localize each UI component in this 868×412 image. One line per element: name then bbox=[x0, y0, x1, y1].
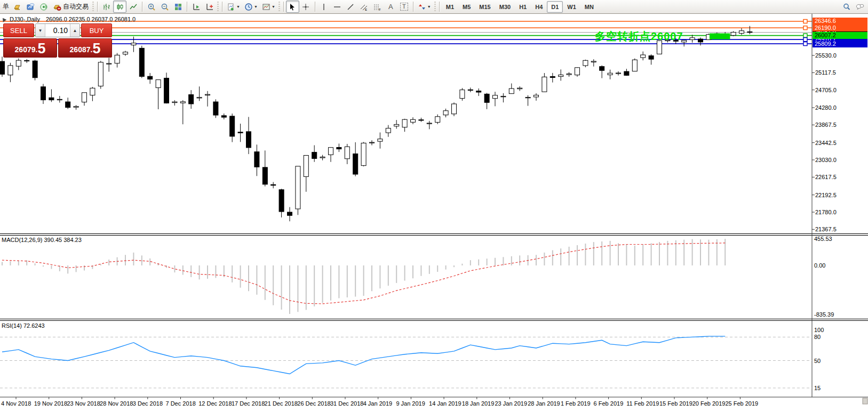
date-label: 26 Dec 2018 bbox=[297, 400, 330, 407]
text-label-tool-label: T bbox=[400, 3, 408, 11]
templates-caret: ▼ bbox=[272, 5, 275, 9]
date-label: 25 Feb 2019 bbox=[725, 400, 758, 407]
date-label: 6 Feb 2019 bbox=[594, 400, 624, 407]
price-tick-label: 25117.5 bbox=[815, 69, 836, 76]
rsi-tick-label: 15 bbox=[814, 385, 821, 391]
indicators-button[interactable]: ▼ bbox=[225, 1, 242, 13]
buy-price-main: 26087. bbox=[70, 43, 93, 56]
macd-tick-label: 0.00 bbox=[814, 262, 825, 269]
price-tick-label: 23442.5 bbox=[815, 140, 837, 146]
price-tick-label: 21367.5 bbox=[815, 226, 837, 232]
price-tag: 26346.6 bbox=[813, 18, 867, 25]
timeframe-button-m5[interactable]: M5 bbox=[458, 1, 475, 13]
price-tick-label: 22192.5 bbox=[815, 192, 837, 198]
buy-price[interactable]: 26087.5 bbox=[58, 38, 112, 58]
zoom-out-button[interactable] bbox=[158, 1, 171, 13]
sell-price-main: 26079. bbox=[15, 43, 38, 56]
arrows-tool-button[interactable]: ▼ bbox=[416, 1, 433, 13]
price-tick-label: 23867.5 bbox=[815, 122, 837, 128]
zoom-in-button[interactable] bbox=[145, 1, 158, 13]
crosshair-button[interactable] bbox=[299, 1, 313, 13]
sell-price[interactable]: 26079.5 bbox=[3, 38, 57, 58]
history-chart-icon[interactable] bbox=[23, 1, 37, 13]
line-chart-button[interactable] bbox=[126, 1, 140, 13]
macd-tick-label: -835.39 bbox=[814, 311, 834, 318]
templates-button[interactable]: ▼ bbox=[260, 1, 277, 13]
fibonacci-button[interactable]: F bbox=[371, 1, 384, 13]
date-label: 21 Dec 2018 bbox=[265, 400, 298, 407]
chart-canvas[interactable] bbox=[0, 0, 868, 412]
buy-price-frac: 5 bbox=[92, 41, 100, 56]
timeframe-button-m1[interactable]: M1 bbox=[442, 1, 458, 13]
price-tick-label: 25530.0 bbox=[815, 52, 837, 59]
date-label: 12 Dec 2018 bbox=[198, 400, 232, 407]
rsi-tick-label: 50 bbox=[814, 358, 821, 364]
chart-title: DJ30-,Daily 26096.0 26235.0 26037.0 2608… bbox=[2, 16, 136, 22]
new-order-button[interactable]: 单 bbox=[2, 1, 10, 13]
date-label: 15 Feb 2019 bbox=[659, 400, 692, 407]
date-label: 28 Jan 2019 bbox=[528, 400, 560, 407]
candlesticks bbox=[0, 26, 752, 222]
timeframe-button-d1[interactable]: D1 bbox=[547, 1, 563, 13]
timeframe-button-h1[interactable]: H1 bbox=[515, 1, 531, 13]
search-icon[interactable] bbox=[840, 1, 853, 13]
price-tick-label: 23030.0 bbox=[815, 157, 837, 163]
gold-icon[interactable] bbox=[10, 1, 23, 13]
date-label: 20 Feb 2019 bbox=[692, 400, 726, 407]
rsi-label: RSI(14) 72.6243 bbox=[2, 322, 45, 329]
timeframe-button-mn[interactable]: MN bbox=[580, 1, 598, 13]
chart-plot-area[interactable] bbox=[0, 14, 868, 412]
cursor-button[interactable] bbox=[286, 1, 299, 13]
trade-panel: SELL ▼ ▲ BUY 26079.5 26087.5 bbox=[3, 23, 112, 58]
signals-icon[interactable] bbox=[37, 1, 50, 13]
timeframe-button-w1[interactable]: W1 bbox=[563, 1, 580, 13]
equidistant-channel-button[interactable]: E bbox=[357, 1, 371, 13]
autotrading-button[interactable]: 自动交易 bbox=[50, 1, 91, 13]
chart-shift-button[interactable] bbox=[203, 1, 216, 13]
volume-input[interactable] bbox=[45, 24, 70, 37]
vertical-line-button[interactable] bbox=[317, 1, 331, 13]
arrows-caret: ▼ bbox=[427, 5, 431, 9]
volume-increase-button[interactable]: ▲ bbox=[70, 24, 79, 37]
periods-button[interactable]: ▼ bbox=[242, 1, 260, 13]
volume-decrease-button[interactable]: ▼ bbox=[36, 24, 45, 37]
date-label: 14 Jan 2019 bbox=[429, 400, 461, 407]
text-label-tool-button[interactable]: T bbox=[397, 1, 411, 13]
new-order-label: 单 bbox=[3, 2, 9, 11]
axis-frame bbox=[0, 14, 868, 404]
price-tag: 26007.2 bbox=[813, 32, 867, 39]
horizontal-line-button[interactable] bbox=[331, 1, 344, 13]
text-tool-label: A bbox=[388, 3, 393, 11]
sell-button[interactable]: SELL bbox=[3, 23, 34, 37]
chat-icon[interactable] bbox=[853, 1, 866, 13]
rsi-tick-label: 100 bbox=[814, 327, 824, 333]
date-label: 18 Jan 2019 bbox=[462, 400, 495, 407]
buy-button[interactable]: BUY bbox=[81, 23, 112, 37]
bar-chart-button[interactable] bbox=[100, 1, 113, 13]
timeframe-button-h4[interactable]: H4 bbox=[531, 1, 547, 13]
candlestick-chart-button[interactable] bbox=[113, 1, 126, 13]
axis-ticks bbox=[16, 55, 815, 399]
date-label: 11 Feb 2019 bbox=[626, 400, 659, 407]
periods-caret: ▼ bbox=[254, 5, 258, 9]
timeframe-button-m30[interactable]: M30 bbox=[495, 1, 515, 13]
price-tick-label: 22617.5 bbox=[815, 174, 837, 180]
auto-scroll-button[interactable] bbox=[189, 1, 203, 13]
text-tool-button[interactable]: A bbox=[384, 1, 397, 13]
window-marker-icon bbox=[1, 17, 7, 22]
svg-text:E: E bbox=[365, 8, 367, 11]
sell-price-frac: 5 bbox=[37, 41, 45, 56]
timeframe-button-m15[interactable]: M15 bbox=[475, 1, 495, 13]
date-label: 31 Dec 2018 bbox=[330, 400, 363, 407]
rsi-line bbox=[2, 336, 725, 374]
volume-stepper: ▼ ▲ bbox=[35, 23, 80, 37]
autotrading-label: 自动交易 bbox=[63, 2, 89, 11]
trendline-button[interactable] bbox=[344, 1, 357, 13]
chart-annotation-text: 多空转折点26007 bbox=[595, 29, 683, 44]
price-tick-label: 24705.0 bbox=[815, 87, 837, 93]
date-label: 4 Jan 2019 bbox=[363, 400, 392, 407]
tile-windows-button[interactable] bbox=[171, 1, 185, 13]
level-lines bbox=[0, 19, 812, 45]
date-label: 19 Nov 2018 bbox=[34, 400, 67, 407]
date-label: 23 Jan 2019 bbox=[495, 400, 528, 407]
